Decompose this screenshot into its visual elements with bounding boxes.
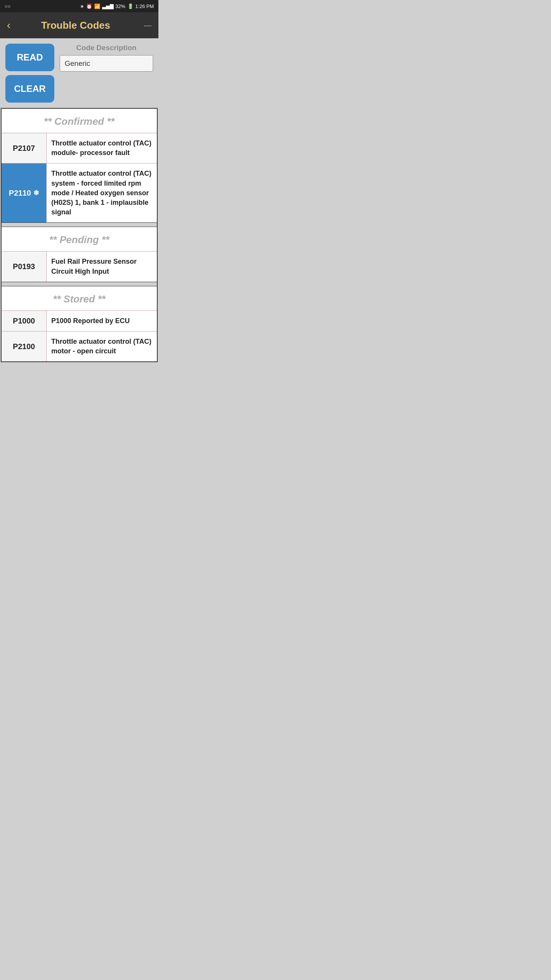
wifi-icon: 📶 xyxy=(94,3,100,9)
app-header: ‹ Trouble Codes — xyxy=(0,12,158,38)
table-row: P2107 Throttle actuator control (TAC) mo… xyxy=(2,133,157,163)
code-cell-p2100[interactable]: P2100 xyxy=(2,332,47,361)
status-left: ○○ xyxy=(5,3,11,9)
snowflake-icon: ❄ xyxy=(33,189,39,197)
desc-cell-p0193: Fuel Rail Pressure Sensor Circuit High I… xyxy=(47,252,157,281)
stored-section-header: ** Stored ** xyxy=(2,286,157,310)
code-cell-p2110[interactable]: P2110 ❄ xyxy=(2,163,47,222)
signal-icon: ▃▅▇ xyxy=(102,3,114,9)
status-bar: ○○ ∗ ⏰ 📶 ▃▅▇ 32% 🔋 1:26 PM xyxy=(0,0,158,12)
table-row: P2110 ❄ Throttle actuator control (TAC) … xyxy=(2,163,157,222)
time-display: 1:26 PM xyxy=(135,3,154,9)
confirmed-section-header: ** Confirmed ** xyxy=(2,109,157,133)
table-row: P2100 Throttle actuator control (TAC) mo… xyxy=(2,331,157,361)
pending-section-header: ** Pending ** xyxy=(2,227,157,251)
section-divider-1 xyxy=(2,222,157,227)
code-description-select[interactable]: Generic xyxy=(60,55,153,72)
desc-cell-p2107: Throttle actuator control (TAC) module- … xyxy=(47,133,157,163)
notification-icon: ○○ xyxy=(5,3,11,9)
back-button[interactable]: ‹ xyxy=(7,19,10,31)
desc-cell-p2100: Throttle actuator control (TAC) motor - … xyxy=(47,332,157,361)
code-description-label: Code Description xyxy=(60,44,153,52)
alarm-icon: ⏰ xyxy=(86,3,92,9)
code-cell-p1000[interactable]: P1000 xyxy=(2,311,47,331)
battery-percent: 32% xyxy=(116,3,126,9)
section-divider-2 xyxy=(2,282,157,286)
page-title: Trouble Codes xyxy=(10,20,141,31)
desc-cell-p2110: Throttle actuator control (TAC) system -… xyxy=(47,163,157,222)
table-row: P1000 P1000 Reported by ECU xyxy=(2,310,157,331)
desc-cell-p1000: P1000 Reported by ECU xyxy=(47,311,157,331)
code-cell-p2107[interactable]: P2107 xyxy=(2,133,47,163)
status-right: ∗ ⏰ 📶 ▃▅▇ 32% 🔋 1:26 PM xyxy=(80,3,154,9)
table-row: P0193 Fuel Rail Pressure Sensor Circuit … xyxy=(2,251,157,281)
action-buttons: READ CLEAR xyxy=(5,44,54,103)
bluetooth-icon: ∗ xyxy=(80,3,84,9)
controls-row: READ CLEAR Code Description Generic xyxy=(0,38,158,108)
codes-table: ** Confirmed ** P2107 Throttle actuator … xyxy=(1,108,158,362)
menu-icon[interactable]: — xyxy=(141,21,152,30)
clear-button[interactable]: CLEAR xyxy=(5,75,54,103)
battery-icon: 🔋 xyxy=(127,3,134,9)
code-description-section: Code Description Generic xyxy=(60,44,153,103)
code-cell-p0193[interactable]: P0193 xyxy=(2,252,47,281)
read-button[interactable]: READ xyxy=(5,44,54,71)
